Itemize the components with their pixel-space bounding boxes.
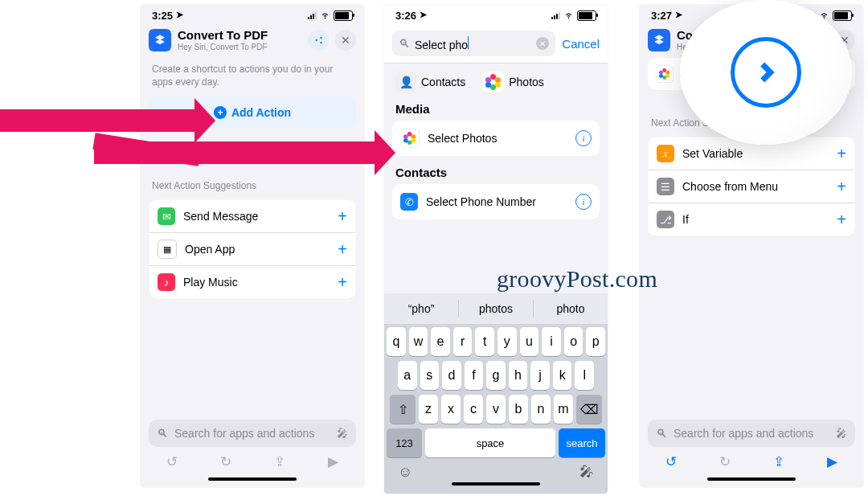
zoom-callout xyxy=(680,0,852,145)
add-icon[interactable]: + xyxy=(338,240,347,259)
hint-text: Create a shortcut to actions you do in y… xyxy=(149,58,356,88)
add-icon[interactable]: + xyxy=(837,178,846,196)
play-icon[interactable]: ▶ xyxy=(328,453,338,470)
backspace-key[interactable]: ⌫ xyxy=(576,395,602,424)
keyboard-suggestions: “pho” photos photo xyxy=(384,293,608,324)
search-placeholder: Search for apps and actions xyxy=(174,427,330,440)
add-icon[interactable]: + xyxy=(338,273,347,292)
key-x[interactable]: x xyxy=(441,395,461,424)
share-icon[interactable]: ⇪ xyxy=(274,453,285,470)
add-icon[interactable]: + xyxy=(837,211,846,229)
search-field[interactable]: 🔍︎ Search for apps and actions 🎤︎ xyxy=(648,420,855,447)
numbers-key[interactable]: 123 xyxy=(387,428,422,457)
add-icon[interactable]: + xyxy=(338,207,347,226)
key-t[interactable]: t xyxy=(475,327,494,356)
key-i[interactable]: i xyxy=(542,327,561,356)
settings-button[interactable] xyxy=(308,30,329,51)
play-icon[interactable]: ▶ xyxy=(827,453,837,470)
home-indicator[interactable] xyxy=(452,482,540,486)
page-subtitle: Hey Siri, Convert To PDF xyxy=(178,43,301,51)
messages-icon: ✉︎ xyxy=(158,207,175,225)
key-p[interactable]: p xyxy=(586,327,605,356)
list-item-label: If xyxy=(682,213,829,226)
undo-icon[interactable]: ↺ xyxy=(166,453,178,470)
list-item-label: Set Variable xyxy=(682,147,829,160)
info-icon[interactable]: i xyxy=(575,130,592,146)
variable-icon: 𝑥 xyxy=(657,145,674,162)
suggestion[interactable]: “pho” xyxy=(384,293,458,324)
dictate-key[interactable]: 🎤︎ xyxy=(579,464,594,481)
home-indicator[interactable] xyxy=(208,477,297,481)
redo-icon[interactable]: ↻ xyxy=(719,453,731,470)
screen-1: 3:25➤ Convert To PDF Hey Siri, Convert T… xyxy=(141,5,364,487)
emoji-key[interactable]: ☺ xyxy=(398,464,412,481)
key-q[interactable]: q xyxy=(387,327,406,356)
photos-icon xyxy=(400,129,420,148)
key-r[interactable]: r xyxy=(453,327,473,356)
key-d[interactable]: d xyxy=(442,361,461,390)
search-key[interactable]: search xyxy=(559,428,605,457)
space-key[interactable]: space xyxy=(425,428,555,457)
search-placeholder: Search for apps and actions xyxy=(674,427,829,440)
key-o[interactable]: o xyxy=(564,327,583,356)
key-j[interactable]: j xyxy=(530,361,550,390)
search-icon: 🔍︎ xyxy=(399,37,410,50)
photos-icon xyxy=(656,65,674,83)
kb-row-2: asdfghjkl xyxy=(387,361,605,390)
list-item[interactable]: ✆ Select Phone Number i xyxy=(392,184,600,219)
add-icon[interactable]: + xyxy=(837,145,846,163)
kb-row-4: 123 space search xyxy=(387,428,605,457)
list-item[interactable]: ✉︎ Send Message + xyxy=(149,200,355,232)
key-n[interactable]: n xyxy=(531,395,551,424)
undo-icon[interactable]: ↺ xyxy=(665,453,677,470)
chip-label: Contacts xyxy=(421,76,465,88)
suggestion[interactable]: photos xyxy=(459,293,533,324)
search-field[interactable]: 🔍︎ Search for apps and actions 🎤︎ xyxy=(149,420,356,447)
info-icon[interactable]: i xyxy=(575,194,592,210)
page-title: Convert To PDF xyxy=(178,29,301,43)
status-bar: 3:26➤ xyxy=(384,5,608,26)
list-item[interactable]: ⎇ If + xyxy=(649,203,854,236)
key-b[interactable]: b xyxy=(509,395,528,424)
wifi-icon xyxy=(320,11,330,19)
close-button[interactable]: ✕ xyxy=(335,30,356,51)
suggestion[interactable]: photo xyxy=(534,293,608,324)
branch-icon: ⎇ xyxy=(657,211,674,228)
clear-icon[interactable]: ✕ xyxy=(536,37,549,50)
key-s[interactable]: s xyxy=(420,361,440,390)
key-g[interactable]: g xyxy=(486,361,506,390)
search-input[interactable]: 🔍︎ Select pho ✕ xyxy=(392,31,555,56)
key-m[interactable]: m xyxy=(554,395,573,424)
keyboard[interactable]: “pho” photos photo qwertyuiop asdfghjkl … xyxy=(384,293,608,494)
text-cursor xyxy=(468,36,469,49)
redo-icon[interactable]: ↻ xyxy=(220,453,231,470)
key-a[interactable]: a xyxy=(398,361,417,390)
list-item[interactable]: Select Photos i xyxy=(392,121,600,156)
key-w[interactable]: w xyxy=(409,327,428,356)
list-item[interactable]: ▦ Open App + xyxy=(149,232,355,265)
list-item[interactable]: ☰ Choose from Menu + xyxy=(649,170,854,203)
shift-key[interactable]: ⇧ xyxy=(390,395,416,424)
dictate-icon[interactable]: 🎤︎ xyxy=(337,427,348,440)
key-z[interactable]: z xyxy=(419,395,438,424)
key-f[interactable]: f xyxy=(465,361,484,390)
list-item-label: Choose from Menu xyxy=(682,180,829,193)
cancel-button[interactable]: Cancel xyxy=(562,37,600,51)
chip-photos[interactable]: Photos xyxy=(483,72,544,92)
key-u[interactable]: u xyxy=(520,327,539,356)
share-icon[interactable]: ⇪ xyxy=(773,453,784,470)
chip-contacts[interactable]: 👤 Contacts xyxy=(395,72,465,92)
cell-signal-icon xyxy=(308,11,317,19)
key-y[interactable]: y xyxy=(497,327,517,356)
list-item[interactable]: ♪ Play Music + xyxy=(149,265,355,298)
key-c[interactable]: c xyxy=(464,395,483,424)
key-v[interactable]: v xyxy=(486,395,506,424)
key-e[interactable]: e xyxy=(431,327,450,356)
key-h[interactable]: h xyxy=(509,361,528,390)
dictate-icon[interactable]: 🎤︎ xyxy=(836,427,847,440)
key-l[interactable]: l xyxy=(575,361,594,390)
status-bar: 3:25➤ xyxy=(141,5,364,26)
home-indicator[interactable] xyxy=(707,477,796,481)
key-k[interactable]: k xyxy=(553,361,572,390)
list-item-label: Send Message xyxy=(183,210,330,223)
